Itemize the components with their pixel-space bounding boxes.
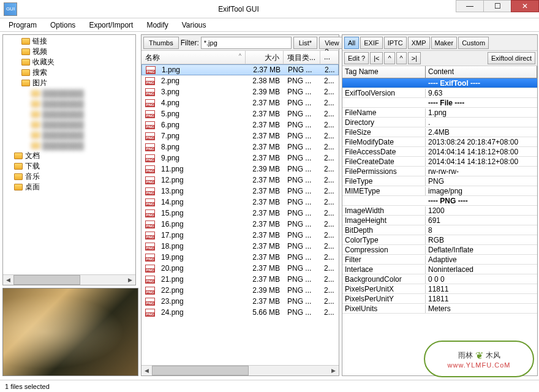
meta-row[interactable]: FileName1.png [342,108,537,118]
file-row[interactable]: 1.png2.37 MBPNG ...2... [141,64,339,75]
col-date[interactable]: ... [320,51,339,64]
file-columns[interactable]: 名称 大小 项目类... ... [141,51,339,64]
meta-row[interactable]: ---- ExifTool ---- [342,78,537,88]
tab-maker[interactable]: Maker [431,37,458,49]
nav-up-button[interactable]: ^ [396,52,407,64]
tree-item[interactable]: 桌面 [3,182,135,192]
file-row[interactable]: 12.png2.37 MBPNG ...2... [141,175,339,186]
col-type[interactable]: 项目类... [284,51,320,64]
tree-item[interactable]: ████████ [3,99,135,109]
meta-row[interactable]: FileTypePNG [342,176,537,186]
minimize-button[interactable]: — [456,0,484,12]
file-row[interactable]: 9.png2.37 MBPNG ...2... [141,153,339,164]
meta-row[interactable]: ColorTypeRGB [342,235,537,245]
metadata-rows[interactable]: ---- ExifTool ----ExifToolVersion9.63---… [342,78,537,375]
file-row[interactable]: 15.png2.37 MBPNG ...2... [141,208,339,219]
tab-iptc[interactable]: IPTC [384,37,407,49]
file-row[interactable]: 4.png2.37 MBPNG ...2... [141,97,339,108]
edit-button[interactable]: Edit ? [344,52,369,64]
menu-exportimport[interactable]: Export/Import [85,20,137,31]
meta-row[interactable]: ---- File ---- [342,98,537,108]
menu-program[interactable]: Program [5,20,40,31]
file-row[interactable]: 22.png2.39 MBPNG ...2... [141,285,339,296]
tree-item[interactable]: 视频 [3,47,135,57]
file-row[interactable]: 14.png2.37 MBPNG ...2... [141,197,339,208]
meta-row[interactable]: PixelsPerUnitY11811 [342,294,537,304]
file-row[interactable]: 3.png2.39 MBPNG ...2... [141,86,339,97]
meta-row[interactable]: MIMETypeimage/png [342,186,537,196]
tree-item[interactable]: 音乐 [3,172,135,182]
close-button[interactable]: ✕ [511,0,539,12]
file-row[interactable]: 13.png2.37 MBPNG ...2... [141,186,339,197]
tab-xmp[interactable]: XMP [408,37,430,49]
col-content[interactable]: Content [426,66,537,78]
tree-item[interactable]: 搜索 [3,67,135,78]
scroll-left-icon[interactable]: ◀ [141,368,152,374]
col-size[interactable]: 大小 [246,51,284,64]
meta-row[interactable]: ---- PNG ---- [342,196,537,206]
tree-item[interactable]: 文档 [3,151,135,161]
col-tagname[interactable]: Tag Name [342,66,426,78]
tree-item[interactable]: ████████ [3,109,135,119]
col-name[interactable]: 名称 [141,51,246,64]
meta-row[interactable]: PixelUnitsMeters [342,304,537,314]
tree-hscroll[interactable]: ◀ ▶ [3,274,135,285]
file-row[interactable]: 18.png2.37 MBPNG ...2... [141,241,339,252]
tree-item[interactable]: ████████ [3,119,135,130]
menu-various[interactable]: Various [178,20,210,31]
meta-row[interactable]: FilePermissionsrw-rw-rw- [342,167,537,176]
meta-row[interactable]: FileAccessDate2014:04:14 14:18:12+08:00 [342,147,537,157]
file-row[interactable]: 21.png2.37 MBPNG ...2... [141,274,339,285]
metadata-columns[interactable]: Tag Name Content [342,66,537,78]
nav-last-button[interactable]: >| [408,52,421,64]
nav-first-button[interactable]: |< [370,52,383,64]
meta-row[interactable]: FilterAdaptive [342,255,537,265]
tab-exif[interactable]: EXIF [360,37,382,49]
nav-up-button[interactable]: ^ [384,52,394,64]
file-hscroll[interactable]: ◀ ▶ [141,365,339,375]
maximize-button[interactable]: ☐ [483,0,511,12]
scroll-left-icon[interactable]: ◀ [3,277,13,283]
file-row[interactable]: 16.png2.37 MBPNG ...2... [141,219,339,230]
file-row[interactable]: 24.png5.66 MBPNG ...2... [141,307,339,318]
tree-item[interactable]: 链接 [3,36,135,47]
file-rows[interactable]: 1.png2.37 MBPNG ...2...2.png2.38 MBPNG .… [141,64,339,365]
meta-row[interactable]: FileModifyDate2013:08:24 20:18:47+08:00 [342,137,537,147]
tree-item[interactable]: ████████ [3,130,135,140]
file-row[interactable]: 23.png2.37 MBPNG ...2... [141,296,339,307]
tree-item[interactable]: 下载 [3,161,135,172]
meta-row[interactable]: ImageHeight691 [342,216,537,225]
thumbs-button[interactable]: Thumbs [143,37,179,49]
folder-tree[interactable]: 链接视频收藏夹搜索图片█████████████████████████████… [3,35,135,274]
menu-modify[interactable]: Modify [143,20,172,31]
meta-row[interactable]: CompressionDeflate/Inflate [342,245,537,255]
tab-custom[interactable]: Custom [458,37,489,49]
tab-all[interactable]: All [344,37,359,49]
tree-item[interactable]: 图片 [3,78,135,88]
file-row[interactable]: 17.png2.37 MBPNG ...2... [141,230,339,241]
tree-item[interactable]: 收藏夹 [3,57,135,67]
scroll-right-icon[interactable]: ▶ [125,277,135,283]
scroll-right-icon[interactable]: ▶ [328,368,339,374]
meta-row[interactable]: BackgroundColor0 0 0 [342,274,537,284]
menu-options[interactable]: Options [47,20,79,31]
meta-row[interactable]: ExifToolVersion9.63 [342,88,537,98]
meta-row[interactable]: Directory. [342,118,537,127]
file-row[interactable]: 8.png2.37 MBPNG ...2... [141,141,339,153]
meta-row[interactable]: InterlaceNoninterlaced [342,265,537,274]
file-row[interactable]: 11.png2.39 MBPNG ...2... [141,164,339,175]
file-row[interactable]: 19.png2.37 MBPNG ...2... [141,252,339,263]
meta-row[interactable]: FileSize2.4MB [342,127,537,137]
view-button[interactable]: View ? [319,37,345,49]
file-row[interactable]: 5.png2.37 MBPNG ...2... [141,108,339,119]
file-row[interactable]: 7.png2.37 MBPNG ...2... [141,130,339,141]
meta-row[interactable]: FileCreateDate2014:04:14 14:18:12+08:00 [342,157,537,167]
tree-item[interactable]: ████████ [3,88,135,99]
filter-input[interactable] [201,37,292,49]
meta-row[interactable]: ImageWidth1200 [342,206,537,216]
file-row[interactable]: 20.png2.37 MBPNG ...2... [141,263,339,274]
meta-row[interactable]: PixelsPerUnitX11811 [342,284,537,294]
exiftool-direct-button[interactable]: Exiftool direct [488,52,535,64]
tree-item[interactable]: ████████ [3,140,135,151]
file-row[interactable]: 2.png2.38 MBPNG ...2... [141,75,339,86]
